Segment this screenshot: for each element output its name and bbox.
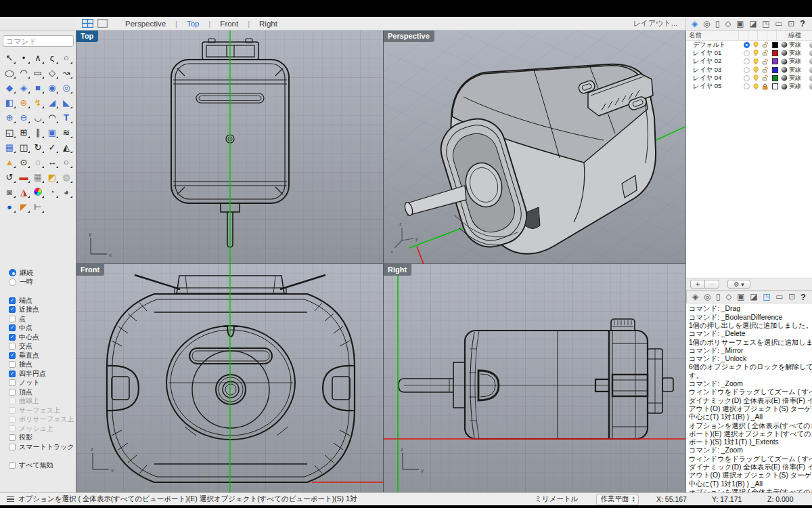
boolean-difference-tool-icon[interactable]: ⊖ [17, 110, 30, 124]
chamfer-edge-tool-icon[interactable]: ◣ [60, 96, 73, 109]
layer-material-icon[interactable] [780, 41, 789, 48]
layer-name[interactable]: レイヤ 01 [693, 49, 742, 58]
osnap-option-1[interactable]: ✓近接点 [9, 305, 73, 315]
tab-right[interactable]: Right [250, 20, 287, 28]
osnap-option-15-check[interactable] [9, 434, 16, 441]
osnap-option-15[interactable]: 投影 [9, 433, 73, 443]
osnap-mode-persistent-radio[interactable] [9, 269, 16, 276]
viewport-grid-layout-icon[interactable] [82, 19, 93, 28]
help-panel-icon[interactable]: ? [800, 293, 806, 301]
osnap-option-3-check[interactable]: ✓ [9, 324, 16, 331]
layer-visibility-bulb-icon[interactable] [751, 41, 761, 48]
dimension-tool-icon[interactable]: ⊢ [31, 200, 45, 213]
layer-name[interactable]: レイヤ 04 [693, 74, 742, 83]
freeform-curve-tool-icon[interactable]: ↝ [60, 66, 73, 79]
layer-row[interactable]: デフォルト実線 [686, 41, 812, 49]
layer-linetype[interactable]: 実線 [789, 49, 809, 58]
viewport-panel-icon[interactable]: ▭ [775, 20, 782, 28]
osnap-disable-all-check[interactable] [9, 462, 16, 469]
orient-tool-icon[interactable]: ∥ [31, 125, 45, 139]
current-layer-radio[interactable] [744, 42, 750, 48]
render-sphere-tool-icon[interactable]: ● [3, 200, 16, 213]
arc-tool-icon[interactable]: ◠ [17, 66, 30, 79]
magnifier-tool-icon[interactable]: ○ [60, 155, 73, 169]
top-view-canvas[interactable]: y x [76, 30, 383, 263]
flamingo-tool-icon[interactable]: ◤ [17, 200, 30, 213]
split-tool-icon[interactable]: ↯ [31, 96, 45, 109]
viewport-label-right[interactable]: Right [384, 264, 411, 276]
extrude-tool-icon[interactable]: ◧ [3, 96, 16, 109]
layer-color-swatch[interactable] [772, 67, 778, 73]
layer-linetype[interactable]: 実線 [789, 82, 809, 91]
rendering-panel-icon[interactable]: ◇ [725, 293, 731, 301]
layer-color-swatch[interactable] [772, 58, 778, 64]
layer-visibility-bulb-icon[interactable] [751, 83, 761, 90]
current-layer-radio[interactable] [744, 58, 750, 64]
array-tool-icon[interactable]: ▦ [3, 140, 16, 154]
direction-analysis-tool-icon[interactable]: ◮ [17, 185, 30, 198]
layer-lock-icon[interactable] [761, 66, 770, 73]
layer-material-icon[interactable] [780, 83, 789, 90]
zoom-dynamic-tool-icon[interactable]: ⊙ [17, 155, 30, 169]
layer-row[interactable]: レイヤ 05実線 [686, 82, 812, 90]
display-panel-icon[interactable]: ⊡ [788, 20, 794, 28]
properties-panel-icon[interactable]: ◎ [703, 20, 710, 28]
osnap-option-9-check[interactable] [9, 379, 16, 386]
layer-name[interactable]: レイヤ 02 [693, 57, 742, 66]
viewport-top[interactable]: y x Top [76, 30, 383, 263]
check-tool-icon[interactable]: ✓ [45, 140, 59, 154]
cylinder-tool-icon[interactable]: ◎ [60, 81, 73, 94]
rotate-tool-icon[interactable]: ↻ [31, 140, 45, 154]
layer-name[interactable]: レイヤ 05 [693, 82, 742, 91]
cplane-dropdown[interactable]: 作業平面 ▲▼ [596, 494, 639, 505]
layer-lock-icon[interactable] [761, 83, 770, 90]
lamp-tool-icon[interactable]: ◍ [60, 170, 73, 184]
current-layer-radio[interactable] [744, 50, 750, 56]
viewport-front[interactable]: z x Front [76, 264, 383, 492]
osnap-mode-persistent[interactable]: 継続 [9, 268, 73, 278]
box-edit-tool-icon[interactable]: ▣ [45, 125, 59, 139]
osnap-mode-temporary[interactable]: 一時 [9, 278, 73, 287]
box-tool-icon[interactable]: ■ [31, 81, 45, 94]
color-wheel-tool-icon[interactable] [31, 185, 45, 198]
sphere-tool-icon[interactable]: ◉ [45, 81, 59, 94]
osnap-option-1-check[interactable]: ✓ [9, 306, 16, 313]
ellipse-tool-icon[interactable]: ◯ [3, 66, 16, 79]
layer-color-swatch[interactable] [772, 83, 778, 89]
surface-tool-icon[interactable]: ◆ [3, 81, 16, 94]
camera-panel-icon[interactable]: ▣ [736, 20, 744, 28]
osnap-mode-temporary-radio[interactable] [9, 278, 16, 286]
layer-row[interactable]: レイヤ 02実線 [686, 58, 812, 66]
zoom-extents-tool-icon[interactable]: ↔ [45, 155, 59, 169]
perspective-view-canvas[interactable]: z y x [384, 30, 685, 263]
osnap-option-7-check[interactable] [9, 361, 16, 368]
layer-row[interactable]: レイヤ 04実線 [686, 74, 812, 82]
osnap-option-2[interactable]: 点 [9, 314, 73, 324]
tab-front[interactable]: Front [210, 20, 248, 28]
layer-visibility-bulb-icon[interactable] [751, 66, 761, 73]
boolean-union-tool-icon[interactable]: ⊕ [3, 110, 16, 124]
truck-tool-icon[interactable]: ▬ [17, 170, 30, 184]
layer-row[interactable]: レイヤ 01実線 [686, 49, 812, 57]
materials-panel-icon[interactable]: ◪ [749, 20, 757, 28]
osnap-option-9[interactable]: ノット [9, 379, 73, 388]
notes-panel-icon[interactable]: ▯ [715, 20, 720, 28]
osnap-option-0[interactable]: ✓端点 [9, 296, 73, 305]
rectangle-tool-icon[interactable]: ▭ [31, 66, 45, 79]
text-tool-icon[interactable]: T [60, 110, 73, 124]
camera-panel-icon[interactable]: ▣ [737, 293, 744, 301]
display-panel-icon[interactable]: ⊡ [788, 293, 795, 301]
gumball-tool-icon[interactable]: ◫ [17, 140, 30, 154]
osnap-option-2-check[interactable] [9, 316, 16, 322]
layouts-button[interactable]: レイアウト... [633, 18, 680, 28]
fillet-edge-tool-icon[interactable]: ◢ [45, 96, 59, 109]
shade-tool-icon[interactable]: ◭ [60, 140, 73, 154]
rendering-panel-icon[interactable]: ◇ [725, 20, 731, 28]
curve-tool-icon[interactable]: ς [45, 51, 59, 64]
layer-material-icon[interactable] [780, 58, 789, 65]
zoom-window-tool-icon[interactable]: ◌ [31, 155, 45, 169]
layer-name[interactable]: レイヤ 03 [693, 66, 742, 75]
viewport-single-layout-icon[interactable] [97, 19, 108, 28]
osnap-option-8-check[interactable]: ✓ [9, 371, 16, 377]
osnap-option-7[interactable]: 接点 [9, 360, 73, 370]
